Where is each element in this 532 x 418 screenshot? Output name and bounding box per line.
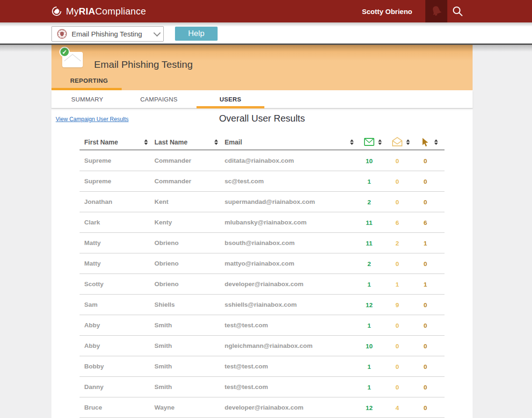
module-banner: ✓ Email Phishing Testing REPORTING [51, 45, 473, 90]
sort-clicked-icon[interactable] [434, 139, 438, 145]
cell-last-name: Obrieno [154, 239, 179, 246]
cell-opened-count: 6 [395, 219, 399, 226]
cell-clicked-count: 0 [423, 343, 427, 350]
cell-email: test@test.com [225, 322, 268, 329]
cell-last-name: Wayne [154, 404, 175, 411]
table-row[interactable]: Bruce Wayne developer@riainabox.com 12 4… [80, 397, 445, 418]
tab-users[interactable]: USERS [195, 90, 266, 108]
cell-email: mlubansky@riainabox.com [225, 219, 306, 226]
cell-email: cditata@riainabox.com [225, 157, 294, 164]
cell-sent-count: 2 [367, 199, 371, 206]
cell-clicked-count: 0 [423, 178, 427, 185]
sort-sent-icon[interactable] [378, 139, 382, 145]
table-body: Supreme Commander cditata@riainabox.com … [80, 151, 445, 418]
user-menu[interactable]: Scotty Obrieno [362, 7, 412, 15]
cell-last-name: Commander [154, 178, 191, 185]
brand-logo[interactable]: MyRIACompliance [51, 0, 146, 22]
tab-reporting[interactable]: REPORTING [70, 77, 108, 84]
table-row[interactable]: Matty Obrieno mattyo@riainabox.com 2 0 0 [80, 253, 445, 274]
cell-sent-count: 10 [365, 343, 372, 350]
cell-last-name: Kenty [154, 219, 172, 226]
cell-sent-count: 1 [367, 322, 371, 329]
tab-summary[interactable]: SUMMARY [51, 90, 123, 108]
table-row[interactable]: Abby Smith ngleichmann@riainabox.com 10 … [80, 336, 445, 356]
sort-first-name-icon[interactable] [144, 139, 148, 145]
cell-opened-count: 0 [395, 158, 399, 165]
cell-first-name: Abby [84, 342, 100, 349]
cell-clicked-count: 0 [423, 404, 427, 411]
cell-clicked-count: 0 [423, 199, 427, 206]
col-last-name: Last Name [154, 138, 214, 146]
cell-opened-count: 0 [395, 322, 399, 329]
sort-email-icon[interactable] [350, 139, 354, 145]
top-header: MyRIACompliance Scotty Obrieno [0, 0, 532, 22]
help-button[interactable]: Help [175, 27, 218, 41]
cell-first-name: Jonathan [84, 198, 112, 205]
opened-envelope-icon [388, 137, 406, 147]
cell-email: test@test.com [225, 383, 268, 390]
cell-clicked-count: 0 [423, 158, 427, 165]
cell-opened-count: 2 [395, 240, 399, 247]
cell-email: bsouth@riainabox.com [225, 239, 295, 246]
cell-clicked-count: 0 [423, 322, 427, 329]
table-header-row: First Name Last Name Email [80, 135, 445, 151]
module-shield-icon [57, 29, 67, 39]
table-row[interactable]: Clark Kenty mlubansky@riainabox.com 11 6… [80, 212, 445, 233]
user-results-table: First Name Last Name Email [80, 135, 445, 418]
search-button[interactable] [447, 0, 468, 22]
cell-sent-count: 2 [367, 260, 371, 267]
toolbar-strip: Email Phishing Testing Help [0, 22, 532, 43]
cell-sent-count: 11 [366, 219, 372, 226]
table-row[interactable]: Supreme Commander cditata@riainabox.com … [80, 151, 445, 171]
table-row[interactable]: Abby Smith test@test.com 1 0 0 [80, 315, 445, 336]
cell-last-name: Smith [154, 363, 172, 370]
cell-clicked-count: 1 [423, 240, 427, 247]
table-row[interactable]: Danny Smith test@test.com 1 0 0 [80, 377, 445, 397]
check-badge-icon: ✓ [59, 47, 70, 57]
notifications-button[interactable] [425, 0, 447, 22]
sort-opened-icon[interactable] [406, 139, 410, 145]
cell-clicked-count: 0 [423, 260, 427, 267]
cell-opened-count: 0 [395, 343, 399, 350]
cell-email: mattyo@riainabox.com [225, 260, 294, 267]
cell-first-name: Abby [84, 322, 100, 329]
sort-last-name-icon[interactable] [214, 139, 218, 145]
cell-first-name: Supreme [84, 157, 111, 164]
tab-campaigns[interactable]: CAMPAIGNS [123, 90, 195, 108]
table-row[interactable]: Sam Shiells sshiells@riainabox.com 12 9 … [80, 295, 445, 315]
cell-first-name: Sam [84, 301, 98, 308]
cell-first-name: Matty [84, 260, 101, 267]
table-row[interactable]: Supreme Commander sc@test.com 1 0 0 [80, 171, 445, 192]
cell-first-name: Bobby [84, 363, 104, 370]
cell-sent-count: 1 [367, 178, 371, 185]
cell-opened-count: 0 [395, 199, 399, 206]
brand-wordmark: MyRIACompliance [66, 6, 146, 17]
table-row[interactable]: Matty Obrieno bsouth@riainabox.com 11 2 … [80, 233, 445, 253]
table-row[interactable]: Jonathan Kent supermandad@riainabox.com … [80, 192, 445, 212]
cell-opened-count: 4 [395, 404, 399, 411]
cell-first-name: Scotty [84, 281, 103, 288]
table-row[interactable]: Scotty Obrieno developer@riainabox.com 1… [80, 274, 445, 295]
cell-sent-count: 12 [365, 404, 372, 411]
brand-swirl-icon [51, 5, 63, 17]
cell-email: developer@riainabox.com [225, 404, 303, 411]
clicked-pointer-icon [416, 137, 434, 147]
cell-last-name: Commander [154, 157, 191, 164]
col-email: Email [225, 138, 350, 146]
sent-envelope-icon [360, 138, 378, 146]
page-title: Overall User Results [51, 113, 473, 124]
cell-last-name: Obrieno [154, 260, 179, 267]
cell-email: sc@test.com [225, 178, 264, 185]
cell-opened-count: 0 [395, 384, 399, 391]
content-column: ✓ Email Phishing Testing REPORTING SUMMA… [51, 45, 473, 418]
module-selector-dropdown[interactable]: Email Phishing Testing [51, 26, 164, 42]
header-right: Scotty Obrieno [362, 0, 468, 22]
cell-clicked-count: 0 [423, 363, 427, 370]
table-row[interactable]: Bobby Smith test@test.com 1 0 0 [80, 356, 445, 377]
section-divider [0, 43, 532, 45]
phishing-envelope-icon: ✓ [61, 50, 84, 68]
cell-opened-count: 0 [395, 363, 399, 370]
cell-opened-count: 0 [395, 178, 399, 185]
cell-last-name: Kent [154, 198, 168, 205]
cell-sent-count: 1 [367, 363, 371, 370]
